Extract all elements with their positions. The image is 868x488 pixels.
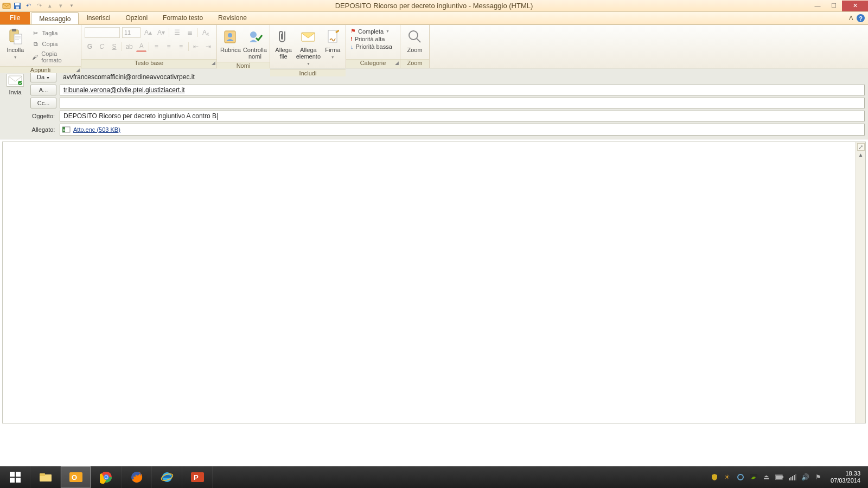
signature-button[interactable]: Firma ▼ (323, 27, 342, 61)
send-button[interactable] (7, 74, 24, 87)
subject-field[interactable]: DEPOSITO Ricorso per decreto ingiuntivo … (60, 111, 865, 121)
clear-format-icon[interactable]: Aᵪ (200, 27, 211, 38)
taskbar-powerpoint[interactable]: P (182, 466, 213, 488)
tray-nvidia-icon[interactable] (749, 473, 758, 481)
group-zoom: Zoom Zoom (400, 25, 430, 68)
tray-network-icon[interactable] (788, 473, 797, 481)
help-icon[interactable]: ? (857, 14, 865, 22)
to-button[interactable]: A... (30, 85, 56, 95)
redo-icon[interactable]: ↷ (35, 2, 43, 10)
font-size-input[interactable] (122, 27, 141, 38)
align-center-icon[interactable]: ≡ (164, 41, 174, 52)
address-book-button[interactable]: Rubrica (220, 27, 241, 53)
align-right-icon[interactable]: ≡ (176, 41, 186, 52)
shrink-font-icon[interactable]: A▾ (156, 27, 167, 38)
attach-item-button[interactable]: Allega elemento ▼ (296, 27, 321, 67)
start-button[interactable] (0, 466, 30, 488)
scissors-icon: ✂ (31, 29, 40, 37)
taskbar-clock[interactable]: 18.33 07/03/2014 (827, 470, 864, 484)
minimize-button[interactable]: — (809, 1, 826, 11)
ribbon-minimize-icon[interactable]: ᐱ (849, 15, 853, 22)
expand-pane-icon[interactable]: ⤢ (857, 143, 865, 151)
svg-rect-44 (795, 474, 796, 480)
brush-icon: 🖌 (31, 53, 40, 61)
next-icon[interactable]: ▾ (56, 2, 65, 10)
taskbar-chrome[interactable] (91, 466, 122, 488)
tab-options[interactable]: Opzioni (118, 12, 155, 24)
tray-sun-icon[interactable]: ☀ (723, 473, 732, 481)
paperclip-icon (275, 28, 292, 46)
svg-point-29 (105, 476, 107, 478)
body-scrollbar[interactable]: ⤢ ▲ (856, 142, 865, 423)
numbering-icon[interactable]: ≣ (184, 27, 195, 38)
highlight-icon[interactable]: ab (124, 41, 135, 52)
check-names-button[interactable]: Controlla nomi (243, 27, 267, 60)
signature-icon (324, 28, 341, 46)
tags-launcher-icon[interactable]: ◢ (395, 60, 399, 66)
underline-button[interactable]: S (109, 41, 119, 52)
svg-text:P: P (194, 473, 199, 481)
save-icon[interactable] (13, 2, 22, 10)
tray-volume-icon[interactable]: 🔊 (801, 473, 810, 481)
align-left-icon[interactable]: ≡ (151, 41, 162, 52)
bold-button[interactable]: G (85, 41, 95, 52)
attachment-item[interactable]: ENC Atto.enc (503 KB) (62, 126, 120, 133)
italic-button[interactable]: C (97, 41, 107, 52)
svg-rect-18 (10, 472, 15, 477)
attachment-well[interactable]: ENC Atto.enc (503 KB) (60, 124, 865, 136)
tray-shield-icon[interactable] (710, 473, 719, 481)
font-name-input[interactable] (85, 27, 120, 38)
high-importance-button[interactable]: !Priorità alta (349, 35, 397, 43)
cc-button[interactable]: Cc... (30, 98, 56, 108)
send-label: Invia (9, 89, 21, 95)
tray-sync-icon[interactable] (736, 473, 745, 481)
cut-button[interactable]: ✂Taglia (30, 28, 78, 38)
to-field[interactable]: tribunale.verona@civile.ptel.giustiziace… (60, 85, 865, 95)
font-launcher-icon[interactable]: ◢ (212, 60, 215, 66)
tray-battery-icon[interactable] (775, 473, 784, 481)
tray-safe-remove-icon[interactable]: ⏏ (762, 473, 771, 481)
bullets-icon[interactable]: ☰ (171, 27, 182, 38)
qat-dropdown-icon[interactable]: ▼ (67, 2, 76, 10)
tray-flag-icon[interactable]: ⚑ (814, 473, 823, 481)
svg-rect-40 (789, 478, 790, 480)
clipboard-launcher-icon[interactable]: ◢ (76, 67, 80, 73)
low-importance-button[interactable]: ↓Priorità bassa (349, 43, 397, 50)
copy-button[interactable]: ⧉Copia (30, 39, 78, 49)
svg-rect-0 (3, 3, 10, 9)
taskbar-firefox[interactable] (122, 466, 152, 488)
attach-file-button[interactable]: Allega file (273, 27, 293, 60)
zoom-button[interactable]: Zoom (404, 27, 426, 53)
close-button[interactable]: ✕ (842, 1, 868, 11)
titlebar: ↶ ↷ ▴ ▾ ▼ DEPOSITO Ricorso per decreto i… (0, 0, 868, 12)
taskbar-ie[interactable] (152, 466, 182, 488)
copy-icon: ⧉ (31, 40, 40, 48)
prev-icon[interactable]: ▴ (46, 2, 54, 10)
message-body[interactable]: ⤢ ▲ (2, 142, 866, 423)
from-button[interactable]: Da ▼ (30, 72, 56, 82)
indent-dec-icon[interactable]: ⇤ (191, 41, 201, 52)
undo-icon[interactable]: ↶ (24, 2, 33, 10)
taskbar-explorer[interactable] (30, 466, 61, 488)
svg-rect-5 (12, 29, 16, 31)
format-painter-button[interactable]: 🖌Copia formato (30, 50, 78, 64)
tab-review[interactable]: Revisione (210, 12, 254, 24)
paste-button[interactable]: Incolla ▼ (3, 27, 28, 61)
grow-font-icon[interactable]: A▴ (143, 27, 154, 38)
taskbar-outlook[interactable]: O (61, 466, 91, 488)
from-value: avvfrancescomafficini@ordineavvocativrpe… (60, 72, 865, 82)
maximize-button[interactable]: ☐ (826, 1, 842, 11)
scroll-up-icon[interactable]: ▲ (858, 151, 864, 159)
follow-up-button[interactable]: ⚑Completa ▼ (349, 27, 397, 35)
font-color-icon[interactable]: A (136, 41, 146, 52)
tab-file[interactable]: File (0, 12, 30, 24)
group-names: Rubrica Controlla nomi Nomi (217, 25, 270, 68)
indent-inc-icon[interactable]: ⇥ (203, 41, 213, 52)
svg-point-14 (18, 81, 22, 85)
svg-rect-21 (16, 478, 21, 483)
tab-format[interactable]: Formato testo (155, 12, 210, 24)
tab-message[interactable]: Messaggio (31, 12, 79, 24)
tab-insert[interactable]: Inserisci (79, 12, 118, 24)
cc-field[interactable] (60, 98, 865, 108)
svg-point-12 (409, 31, 418, 40)
